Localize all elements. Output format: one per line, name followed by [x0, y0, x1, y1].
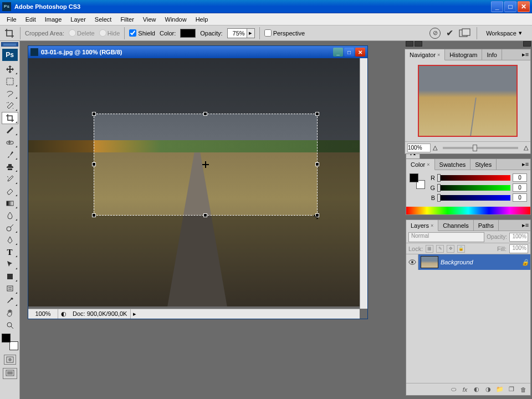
tab-layers[interactable]: Layers×: [406, 220, 438, 231]
tab-navigator[interactable]: Navigator×: [405, 49, 445, 60]
document-zoom-field[interactable]: 100%: [28, 309, 58, 319]
doc-minimize-button[interactable]: _: [333, 48, 343, 57]
tab-histogram[interactable]: Histogram: [445, 49, 482, 60]
crop-handle-middle-left[interactable]: [92, 162, 96, 166]
cancel-crop-button[interactable]: ⊘: [429, 28, 441, 39]
shield-opacity-input[interactable]: 75%: [227, 28, 247, 38]
layer-row-background[interactable]: Background 🔒: [406, 254, 530, 270]
bridge-button[interactable]: [459, 28, 471, 38]
shield-opacity-dropdown[interactable]: ▸: [247, 28, 255, 38]
move-tool[interactable]: [2, 63, 18, 75]
shield-color-swatch[interactable]: [180, 29, 196, 38]
clone-stamp-tool[interactable]: [2, 161, 18, 173]
notes-tool[interactable]: [2, 283, 18, 295]
slice-tool[interactable]: [2, 124, 18, 136]
layer-name[interactable]: Background: [441, 259, 520, 265]
delete-layer-button[interactable]: 🗑: [518, 385, 528, 394]
b-value[interactable]: 0: [513, 193, 527, 202]
crop-delete-radio[interactable]: Delete: [69, 29, 95, 37]
perspective-checkbox[interactable]: Perspective: [264, 29, 305, 37]
path-selection-tool[interactable]: [2, 258, 18, 270]
crop-selection[interactable]: [94, 114, 318, 216]
r-slider[interactable]: [437, 175, 510, 181]
blend-mode-dropdown[interactable]: Normal: [408, 232, 484, 242]
lock-transparent-icon[interactable]: ▦: [426, 245, 433, 253]
layer-group-button[interactable]: 📁: [495, 385, 505, 394]
tab-channels[interactable]: Channels: [438, 220, 473, 231]
menu-window[interactable]: Window: [161, 14, 191, 24]
new-layer-button[interactable]: ❐: [507, 385, 516, 394]
type-tool[interactable]: T: [2, 246, 18, 258]
tab-swatches[interactable]: Swatches: [435, 159, 471, 170]
menu-view[interactable]: View: [139, 14, 161, 24]
hand-tool[interactable]: [2, 307, 18, 319]
zoom-tool[interactable]: [2, 319, 18, 331]
healing-brush-tool[interactable]: [2, 136, 18, 149]
window-close-button[interactable]: ✕: [518, 1, 530, 12]
shape-tool[interactable]: [2, 270, 18, 283]
doc-maximize-button[interactable]: □: [344, 48, 354, 57]
menu-image[interactable]: Image: [40, 14, 66, 24]
document-vertical-scrollbar[interactable]: [360, 58, 367, 309]
layers-panel-menu[interactable]: ▸≡: [521, 221, 529, 229]
r-value[interactable]: 0: [513, 173, 527, 182]
menu-help[interactable]: Help: [191, 14, 213, 24]
link-layers-button[interactable]: ⬭: [448, 385, 458, 394]
crop-handle-bottom-right[interactable]: [315, 213, 319, 217]
adjustment-layer-button[interactable]: ◑: [483, 385, 493, 394]
quick-mask-toggle[interactable]: [4, 355, 16, 365]
lasso-tool[interactable]: [2, 88, 18, 100]
navigator-zoom-in-icon[interactable]: △: [524, 144, 528, 151]
crop-handle-top-left[interactable]: [92, 112, 96, 116]
lock-position-icon[interactable]: ✥: [447, 245, 454, 253]
crop-handle-top-middle[interactable]: [203, 112, 207, 116]
panel-strip-right-icon[interactable]: [523, 41, 531, 47]
document-status-menu[interactable]: ▸: [131, 310, 139, 318]
tab-color[interactable]: Color×: [406, 159, 435, 170]
color-fgbg-swatch[interactable]: [410, 173, 425, 189]
layer-mask-button[interactable]: ◐: [472, 385, 482, 394]
menu-filter[interactable]: Filter: [116, 14, 138, 24]
tab-paths[interactable]: Paths: [474, 220, 499, 231]
toolbox-handle[interactable]: [1, 42, 18, 47]
navigator-zoom-slider[interactable]: [443, 147, 518, 149]
document-titlebar[interactable]: 03-01-s.jpg @ 100% (RGB/8) _ □ ✕: [28, 46, 367, 58]
color-panel-menu[interactable]: ▸≡: [521, 160, 529, 168]
pen-tool[interactable]: [2, 234, 18, 246]
menu-file[interactable]: File: [2, 14, 21, 24]
marquee-tool[interactable]: [2, 75, 18, 88]
window-maximize-button[interactable]: □: [504, 1, 516, 12]
navigator-zoom-out-icon[interactable]: △: [433, 144, 437, 151]
g-slider[interactable]: [437, 185, 510, 191]
lock-image-icon[interactable]: ✎: [436, 245, 444, 253]
blur-tool[interactable]: [2, 209, 18, 222]
doc-close-button[interactable]: ✕: [355, 48, 365, 57]
background-color-swatch[interactable]: [9, 341, 18, 350]
commit-crop-button[interactable]: ✔: [446, 28, 453, 38]
menu-edit[interactable]: Edit: [21, 14, 40, 24]
crop-handle-bottom-left[interactable]: [92, 213, 96, 217]
document-canvas[interactable]: ⤡: [28, 58, 360, 309]
layer-fx-button[interactable]: fx: [460, 385, 470, 394]
crop-hide-radio[interactable]: Hide: [99, 29, 120, 37]
lock-all-icon[interactable]: 🔒: [457, 245, 465, 253]
menu-select[interactable]: Select: [90, 14, 116, 24]
crop-handle-middle-right[interactable]: [315, 162, 319, 166]
navigator-thumbnail[interactable]: [418, 65, 518, 137]
panel-strip-left-icon[interactable]: [406, 41, 413, 47]
g-value[interactable]: 0: [513, 183, 527, 192]
workspace-dropdown[interactable]: Workspace▾: [483, 28, 525, 38]
tab-styles[interactable]: Styles: [470, 159, 497, 170]
b-slider[interactable]: [437, 195, 510, 201]
shield-checkbox[interactable]: Shield: [129, 29, 155, 37]
eraser-tool[interactable]: [2, 185, 18, 197]
layer-thumbnail[interactable]: [421, 256, 438, 268]
screen-mode-toggle[interactable]: [3, 368, 17, 379]
color-ramp[interactable]: [406, 207, 530, 214]
gradient-tool[interactable]: [2, 197, 18, 209]
tab-info[interactable]: Info: [482, 49, 502, 60]
navigator-panel-menu[interactable]: ▸≡: [521, 50, 529, 58]
window-minimize-button[interactable]: _: [491, 1, 503, 12]
magic-wand-tool[interactable]: [2, 100, 18, 112]
panel-strip-mid-icon[interactable]: [415, 41, 422, 47]
